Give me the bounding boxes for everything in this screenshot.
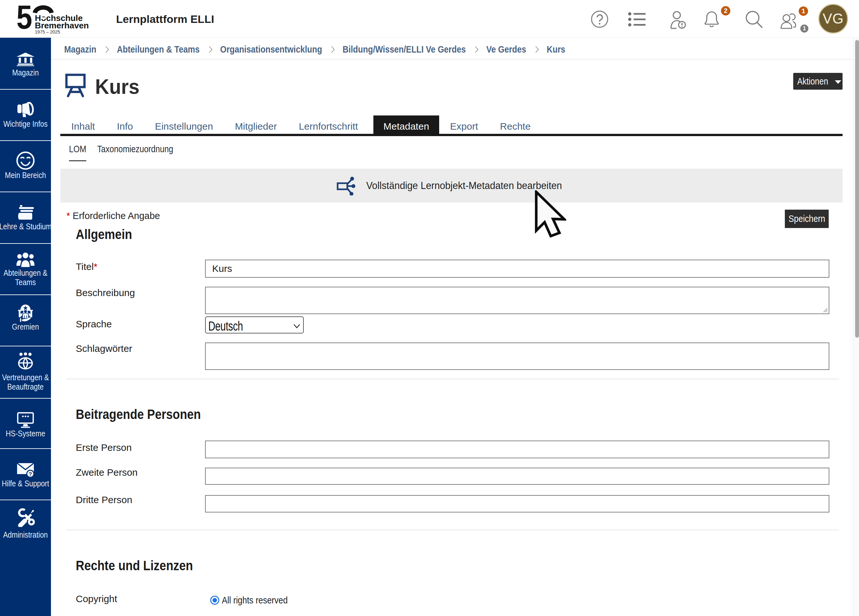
svg-text:5: 5 <box>16 3 32 36</box>
svg-text:1975 – 2025: 1975 – 2025 <box>35 29 61 34</box>
svg-text:Bremerhaven: Bremerhaven <box>35 20 89 30</box>
svg-text:?: ? <box>29 471 32 477</box>
